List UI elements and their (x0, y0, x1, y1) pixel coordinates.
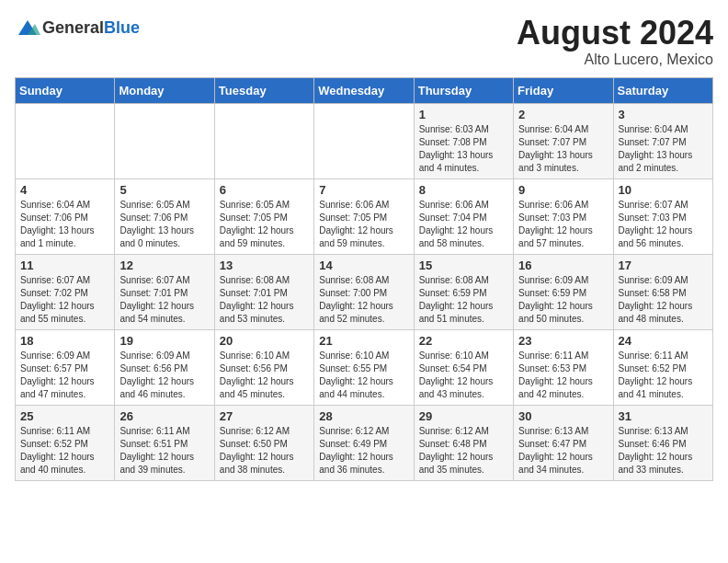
day-number: 28 (319, 409, 408, 423)
day-number: 10 (619, 183, 708, 197)
day-number: 3 (619, 108, 708, 121)
day-cell: 17Sunrise: 6:09 AM Sunset: 6:58 PM Dayli… (613, 254, 712, 329)
day-cell: 9Sunrise: 6:06 AM Sunset: 7:03 PM Daylig… (514, 178, 613, 254)
day-cell: 15Sunrise: 6:08 AM Sunset: 6:59 PM Dayli… (414, 254, 513, 329)
day-cell: 29Sunrise: 6:12 AM Sunset: 6:48 PM Dayli… (414, 405, 513, 480)
day-cell: 12Sunrise: 6:07 AM Sunset: 7:01 PM Dayli… (115, 254, 214, 329)
day-number: 12 (119, 259, 209, 272)
day-info: Sunrise: 6:05 AM Sunset: 7:05 PM Dayligh… (220, 199, 309, 250)
day-info: Sunrise: 6:06 AM Sunset: 7:03 PM Dayligh… (518, 199, 608, 250)
day-cell: 22Sunrise: 6:10 AM Sunset: 6:54 PM Dayli… (414, 329, 513, 405)
day-cell: 25Sunrise: 6:11 AM Sunset: 6:52 PM Dayli… (16, 405, 115, 480)
day-info: Sunrise: 6:13 AM Sunset: 6:47 PM Dayligh… (518, 425, 608, 477)
week-row-4: 18Sunrise: 6:09 AM Sunset: 6:57 PM Dayli… (16, 329, 713, 405)
day-info: Sunrise: 6:05 AM Sunset: 7:06 PM Dayligh… (119, 199, 209, 250)
day-number: 16 (518, 259, 608, 272)
day-info: Sunrise: 6:11 AM Sunset: 6:52 PM Dayligh… (20, 425, 109, 477)
day-number: 31 (619, 409, 708, 423)
day-info: Sunrise: 6:06 AM Sunset: 7:05 PM Dayligh… (319, 199, 408, 250)
day-info: Sunrise: 6:11 AM Sunset: 6:52 PM Dayligh… (619, 350, 708, 401)
day-number: 7 (319, 183, 408, 197)
week-row-2: 4Sunrise: 6:04 AM Sunset: 7:06 PM Daylig… (16, 178, 713, 254)
day-info: Sunrise: 6:08 AM Sunset: 7:01 PM Dayligh… (220, 274, 309, 326)
day-info: Sunrise: 6:10 AM Sunset: 6:56 PM Dayligh… (220, 350, 309, 401)
day-info: Sunrise: 6:11 AM Sunset: 6:51 PM Dayligh… (119, 425, 209, 477)
calendar-table: SundayMondayTuesdayWednesdayThursdayFrid… (15, 77, 713, 481)
page-header: GeneralBlue August 2024 Alto Lucero, Mex… (15, 15, 713, 68)
day-cell: 19Sunrise: 6:09 AM Sunset: 6:56 PM Dayli… (115, 329, 214, 405)
title-area: August 2024 Alto Lucero, Mexico (517, 15, 713, 68)
day-cell: 20Sunrise: 6:10 AM Sunset: 6:56 PM Dayli… (214, 329, 313, 405)
day-info: Sunrise: 6:04 AM Sunset: 7:06 PM Dayligh… (20, 199, 109, 250)
day-number: 15 (419, 259, 508, 272)
day-cell: 11Sunrise: 6:07 AM Sunset: 7:02 PM Dayli… (16, 254, 115, 329)
day-number: 14 (319, 259, 408, 272)
location: Alto Lucero, Mexico (517, 52, 713, 68)
day-number: 30 (518, 409, 608, 423)
day-cell: 28Sunrise: 6:12 AM Sunset: 6:49 PM Dayli… (314, 405, 414, 480)
day-cell: 10Sunrise: 6:07 AM Sunset: 7:03 PM Dayli… (613, 178, 712, 254)
day-info: Sunrise: 6:04 AM Sunset: 7:07 PM Dayligh… (518, 123, 608, 175)
week-row-1: 1Sunrise: 6:03 AM Sunset: 7:08 PM Daylig… (16, 103, 713, 178)
day-cell: 27Sunrise: 6:12 AM Sunset: 6:50 PM Dayli… (214, 405, 313, 480)
day-cell: 23Sunrise: 6:11 AM Sunset: 6:53 PM Dayli… (514, 329, 613, 405)
day-cell: 4Sunrise: 6:04 AM Sunset: 7:06 PM Daylig… (16, 178, 115, 254)
day-info: Sunrise: 6:03 AM Sunset: 7:08 PM Dayligh… (419, 123, 508, 175)
day-info: Sunrise: 6:09 AM Sunset: 6:57 PM Dayligh… (20, 350, 109, 401)
day-cell: 30Sunrise: 6:13 AM Sunset: 6:47 PM Dayli… (514, 405, 613, 480)
week-row-5: 25Sunrise: 6:11 AM Sunset: 6:52 PM Dayli… (16, 405, 713, 480)
day-cell: 13Sunrise: 6:08 AM Sunset: 7:01 PM Dayli… (214, 254, 313, 329)
day-info: Sunrise: 6:13 AM Sunset: 6:46 PM Dayligh… (619, 425, 708, 477)
day-number: 20 (220, 334, 309, 348)
day-number: 13 (220, 259, 309, 272)
day-cell: 6Sunrise: 6:05 AM Sunset: 7:05 PM Daylig… (214, 178, 313, 254)
day-cell: 14Sunrise: 6:08 AM Sunset: 7:00 PM Dayli… (314, 254, 414, 329)
day-info: Sunrise: 6:10 AM Sunset: 6:54 PM Dayligh… (419, 350, 508, 401)
weekday-header-thursday: Thursday (414, 77, 513, 103)
weekday-header-saturday: Saturday (613, 77, 712, 103)
day-info: Sunrise: 6:12 AM Sunset: 6:49 PM Dayligh… (319, 425, 408, 477)
week-row-3: 11Sunrise: 6:07 AM Sunset: 7:02 PM Dayli… (16, 254, 713, 329)
logo-text-blue: Blue (104, 18, 140, 37)
day-number: 18 (20, 334, 109, 348)
day-info: Sunrise: 6:11 AM Sunset: 6:53 PM Dayligh… (518, 350, 608, 401)
day-cell: 7Sunrise: 6:06 AM Sunset: 7:05 PM Daylig… (314, 178, 414, 254)
day-info: Sunrise: 6:09 AM Sunset: 6:59 PM Dayligh… (518, 274, 608, 326)
day-info: Sunrise: 6:10 AM Sunset: 6:55 PM Dayligh… (319, 350, 408, 401)
day-number: 2 (518, 108, 608, 121)
weekday-header-monday: Monday (115, 77, 214, 103)
weekday-header-sunday: Sunday (16, 77, 115, 103)
day-number: 29 (419, 409, 508, 423)
day-cell: 31Sunrise: 6:13 AM Sunset: 6:46 PM Dayli… (613, 405, 712, 480)
logo-icon (15, 15, 40, 40)
day-cell (314, 103, 414, 178)
month-year: August 2024 (517, 15, 713, 52)
day-number: 19 (119, 334, 209, 348)
day-info: Sunrise: 6:04 AM Sunset: 7:07 PM Dayligh… (619, 123, 708, 175)
day-cell: 1Sunrise: 6:03 AM Sunset: 7:08 PM Daylig… (414, 103, 513, 178)
day-cell: 8Sunrise: 6:06 AM Sunset: 7:04 PM Daylig… (414, 178, 513, 254)
day-number: 17 (619, 259, 708, 272)
day-cell: 3Sunrise: 6:04 AM Sunset: 7:07 PM Daylig… (613, 103, 712, 178)
day-cell (115, 103, 214, 178)
day-cell: 21Sunrise: 6:10 AM Sunset: 6:55 PM Dayli… (314, 329, 414, 405)
weekday-header-tuesday: Tuesday (214, 77, 313, 103)
day-number: 5 (119, 183, 209, 197)
day-number: 22 (419, 334, 508, 348)
day-info: Sunrise: 6:12 AM Sunset: 6:50 PM Dayligh… (220, 425, 309, 477)
day-info: Sunrise: 6:07 AM Sunset: 7:02 PM Dayligh… (20, 274, 109, 326)
day-number: 4 (20, 183, 109, 197)
day-info: Sunrise: 6:07 AM Sunset: 7:01 PM Dayligh… (119, 274, 209, 326)
day-info: Sunrise: 6:08 AM Sunset: 7:00 PM Dayligh… (319, 274, 408, 326)
day-info: Sunrise: 6:09 AM Sunset: 6:58 PM Dayligh… (619, 274, 708, 326)
weekday-header-row: SundayMondayTuesdayWednesdayThursdayFrid… (16, 77, 713, 103)
day-cell: 2Sunrise: 6:04 AM Sunset: 7:07 PM Daylig… (514, 103, 613, 178)
day-number: 24 (619, 334, 708, 348)
logo: GeneralBlue (15, 15, 140, 40)
day-number: 21 (319, 334, 408, 348)
day-number: 1 (419, 108, 508, 121)
day-cell: 16Sunrise: 6:09 AM Sunset: 6:59 PM Dayli… (514, 254, 613, 329)
day-info: Sunrise: 6:08 AM Sunset: 6:59 PM Dayligh… (419, 274, 508, 326)
day-number: 9 (518, 183, 608, 197)
day-info: Sunrise: 6:09 AM Sunset: 6:56 PM Dayligh… (119, 350, 209, 401)
